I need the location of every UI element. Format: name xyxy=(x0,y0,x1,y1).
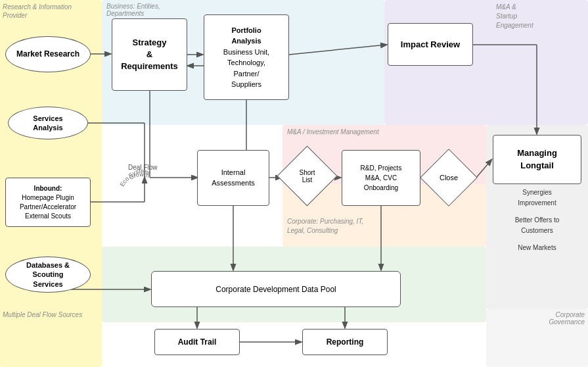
node-close-wrapper: Close xyxy=(424,153,473,202)
node-close: Close xyxy=(420,149,478,207)
label-ma-investment: M&A / Investment Management xyxy=(287,128,379,135)
node-portfolio: PortfolioAnalysisBusiness Unit,Technolog… xyxy=(204,14,289,100)
node-shortlist: ShortList xyxy=(277,146,338,207)
node-rd: R&D, ProjectsM&A, CVCOnboarding xyxy=(342,150,420,206)
node-services-analysis: ServicesAnalysis xyxy=(8,107,88,139)
node-reporting: Reporting xyxy=(302,329,388,355)
node-audit: Audit Trail xyxy=(154,329,240,355)
deal-flow-label: Deal Flow xyxy=(128,163,157,172)
node-data-pool: Corporate Development Data Pool xyxy=(151,271,401,307)
label-ma-startup: M&A &StartupEngagement xyxy=(496,3,581,30)
deal-flow-arc: Eco System Growth xyxy=(115,150,168,196)
node-databases: Databases &ScoutingServices xyxy=(5,257,91,293)
node-shortlist-wrapper: ShortList xyxy=(283,151,332,201)
node-market-research: Market Research xyxy=(5,36,91,72)
label-research: Research & Information Provider xyxy=(3,3,98,20)
node-strategy: Strategy&Requirements xyxy=(112,18,187,91)
label-business: Business: Entities,Departments xyxy=(106,3,160,17)
node-internal: InternalAssessments xyxy=(197,150,269,206)
node-inbound: Inbound:Homepage PluginPartner/Accelerat… xyxy=(5,178,91,227)
label-corporate: Corporate: Purchasing, IT,Legal, Consult… xyxy=(287,217,363,235)
diagram-container: Research & Information Provider Business… xyxy=(0,0,588,367)
node-managing: ManagingLongtail xyxy=(493,135,581,184)
label-deal-sources: Multiple Deal Flow Sources xyxy=(3,311,82,318)
managing-items: SynergiesImprovement Better Offers toCus… xyxy=(493,187,581,260)
label-governance: CorporateGovernance xyxy=(491,311,585,326)
node-impact: Impact Review xyxy=(388,23,473,66)
